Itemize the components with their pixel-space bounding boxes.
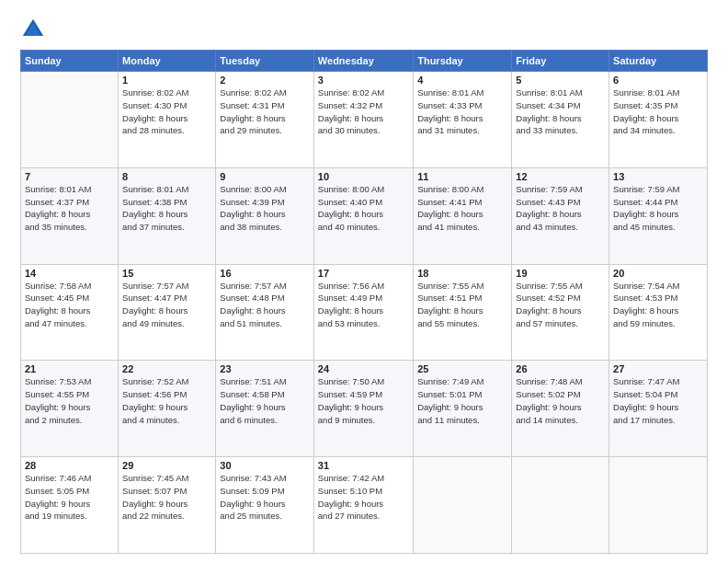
header (20, 17, 708, 42)
calendar-cell: 28Sunrise: 7:46 AMSunset: 5:05 PMDayligh… (21, 457, 119, 554)
day-info: Sunrise: 8:01 AMSunset: 4:34 PMDaylight:… (516, 86, 605, 137)
weekday-header-monday: Monday (119, 51, 216, 72)
day-number: 16 (220, 268, 310, 279)
day-number: 4 (417, 75, 507, 86)
calendar-cell (512, 457, 609, 554)
day-info: Sunrise: 7:53 AMSunset: 4:55 PMDaylight:… (25, 375, 114, 426)
day-info: Sunrise: 8:01 AMSunset: 4:35 PMDaylight:… (613, 86, 703, 137)
day-info: Sunrise: 8:02 AMSunset: 4:30 PMDaylight:… (122, 86, 211, 137)
day-info: Sunrise: 7:47 AMSunset: 5:04 PMDaylight:… (613, 375, 703, 426)
calendar-cell: 15Sunrise: 7:57 AMSunset: 4:47 PMDayligh… (119, 264, 216, 361)
calendar-cell: 20Sunrise: 7:54 AMSunset: 4:53 PMDayligh… (609, 264, 708, 361)
day-number: 23 (220, 363, 310, 374)
calendar-table: SundayMondayTuesdayWednesdayThursdayFrid… (20, 50, 708, 554)
day-number: 26 (516, 363, 605, 374)
day-info: Sunrise: 7:55 AMSunset: 4:51 PMDaylight:… (417, 280, 507, 330)
day-number: 28 (25, 460, 114, 471)
calendar-cell: 19Sunrise: 7:55 AMSunset: 4:52 PMDayligh… (512, 264, 609, 361)
day-number: 20 (613, 268, 703, 279)
day-number: 19 (516, 268, 605, 279)
week-row-5: 28Sunrise: 7:46 AMSunset: 5:05 PMDayligh… (21, 457, 708, 554)
calendar-cell: 9Sunrise: 8:00 AMSunset: 4:39 PMDaylight… (216, 167, 314, 264)
day-number: 31 (318, 460, 409, 471)
calendar-cell: 5Sunrise: 8:01 AMSunset: 4:34 PMDaylight… (512, 72, 609, 168)
day-number: 8 (122, 171, 211, 182)
day-number: 25 (417, 363, 507, 374)
day-info: Sunrise: 7:56 AMSunset: 4:49 PMDaylight:… (318, 280, 409, 330)
day-info: Sunrise: 7:58 AMSunset: 4:45 PMDaylight:… (25, 280, 114, 330)
day-number: 18 (417, 268, 507, 279)
day-info: Sunrise: 7:55 AMSunset: 4:52 PMDaylight:… (516, 280, 605, 330)
day-info: Sunrise: 8:02 AMSunset: 4:31 PMDaylight:… (220, 86, 310, 137)
day-info: Sunrise: 7:49 AMSunset: 5:01 PMDaylight:… (417, 375, 507, 426)
calendar-cell: 10Sunrise: 8:00 AMSunset: 4:40 PMDayligh… (313, 167, 413, 264)
calendar-cell: 30Sunrise: 7:43 AMSunset: 5:09 PMDayligh… (216, 457, 314, 554)
day-number: 12 (516, 171, 605, 182)
calendar-cell: 24Sunrise: 7:50 AMSunset: 4:59 PMDayligh… (313, 361, 413, 457)
calendar-cell (21, 72, 119, 168)
calendar-cell: 7Sunrise: 8:01 AMSunset: 4:37 PMDaylight… (21, 167, 119, 264)
day-number: 9 (220, 171, 310, 182)
day-info: Sunrise: 7:52 AMSunset: 4:56 PMDaylight:… (122, 375, 211, 426)
day-number: 27 (613, 363, 703, 374)
day-number: 24 (318, 363, 409, 374)
day-info: Sunrise: 7:45 AMSunset: 5:07 PMDaylight:… (122, 472, 211, 523)
calendar-cell: 13Sunrise: 7:59 AMSunset: 4:44 PMDayligh… (609, 167, 708, 264)
calendar-cell: 18Sunrise: 7:55 AMSunset: 4:51 PMDayligh… (414, 264, 512, 361)
day-number: 3 (318, 75, 409, 86)
logo-icon (20, 17, 46, 42)
calendar-cell: 6Sunrise: 8:01 AMSunset: 4:35 PMDaylight… (609, 72, 708, 168)
day-info: Sunrise: 8:00 AMSunset: 4:41 PMDaylight:… (417, 183, 507, 234)
day-info: Sunrise: 8:01 AMSunset: 4:37 PMDaylight:… (25, 183, 114, 234)
weekday-header-tuesday: Tuesday (216, 51, 314, 72)
day-info: Sunrise: 7:59 AMSunset: 4:44 PMDaylight:… (613, 183, 703, 234)
day-number: 21 (25, 363, 114, 374)
calendar-cell: 26Sunrise: 7:48 AMSunset: 5:02 PMDayligh… (512, 361, 609, 457)
calendar-cell: 2Sunrise: 8:02 AMSunset: 4:31 PMDaylight… (216, 72, 314, 168)
day-info: Sunrise: 8:02 AMSunset: 4:32 PMDaylight:… (318, 86, 409, 137)
day-info: Sunrise: 7:42 AMSunset: 5:10 PMDaylight:… (318, 472, 409, 523)
day-number: 17 (318, 268, 409, 279)
weekday-header-saturday: Saturday (609, 51, 708, 72)
day-info: Sunrise: 7:57 AMSunset: 4:47 PMDaylight:… (122, 280, 211, 330)
day-info: Sunrise: 7:48 AMSunset: 5:02 PMDaylight:… (516, 375, 605, 426)
week-row-1: 1Sunrise: 8:02 AMSunset: 4:30 PMDaylight… (21, 72, 708, 168)
day-number: 13 (613, 171, 703, 182)
day-number: 6 (613, 75, 703, 86)
logo (20, 17, 50, 42)
day-info: Sunrise: 8:00 AMSunset: 4:39 PMDaylight:… (220, 183, 310, 234)
week-row-2: 7Sunrise: 8:01 AMSunset: 4:37 PMDaylight… (21, 167, 708, 264)
day-number: 1 (122, 75, 211, 86)
week-row-3: 14Sunrise: 7:58 AMSunset: 4:45 PMDayligh… (21, 264, 708, 361)
week-row-4: 21Sunrise: 7:53 AMSunset: 4:55 PMDayligh… (21, 361, 708, 457)
calendar-cell: 27Sunrise: 7:47 AMSunset: 5:04 PMDayligh… (609, 361, 708, 457)
day-number: 30 (220, 460, 310, 471)
day-info: Sunrise: 8:00 AMSunset: 4:40 PMDaylight:… (318, 183, 409, 234)
day-number: 11 (417, 171, 507, 182)
calendar-cell: 3Sunrise: 8:02 AMSunset: 4:32 PMDaylight… (313, 72, 413, 168)
calendar-cell: 4Sunrise: 8:01 AMSunset: 4:33 PMDaylight… (414, 72, 512, 168)
day-info: Sunrise: 7:46 AMSunset: 5:05 PMDaylight:… (25, 472, 114, 523)
day-info: Sunrise: 7:57 AMSunset: 4:48 PMDaylight:… (220, 280, 310, 330)
day-number: 2 (220, 75, 310, 86)
calendar-cell: 8Sunrise: 8:01 AMSunset: 4:38 PMDaylight… (119, 167, 216, 264)
day-info: Sunrise: 8:01 AMSunset: 4:38 PMDaylight:… (122, 183, 211, 234)
day-number: 7 (25, 171, 114, 182)
day-info: Sunrise: 7:54 AMSunset: 4:53 PMDaylight:… (613, 280, 703, 330)
day-number: 14 (25, 268, 114, 279)
day-number: 22 (122, 363, 211, 374)
calendar-cell: 16Sunrise: 7:57 AMSunset: 4:48 PMDayligh… (216, 264, 314, 361)
calendar-cell: 25Sunrise: 7:49 AMSunset: 5:01 PMDayligh… (414, 361, 512, 457)
calendar-cell: 11Sunrise: 8:00 AMSunset: 4:41 PMDayligh… (414, 167, 512, 264)
day-info: Sunrise: 8:01 AMSunset: 4:33 PMDaylight:… (417, 86, 507, 137)
weekday-header-thursday: Thursday (414, 51, 512, 72)
calendar-cell: 1Sunrise: 8:02 AMSunset: 4:30 PMDaylight… (119, 72, 216, 168)
day-number: 29 (122, 460, 211, 471)
calendar-cell: 12Sunrise: 7:59 AMSunset: 4:43 PMDayligh… (512, 167, 609, 264)
calendar-cell (609, 457, 708, 554)
weekday-header-row: SundayMondayTuesdayWednesdayThursdayFrid… (21, 51, 708, 72)
calendar-cell: 31Sunrise: 7:42 AMSunset: 5:10 PMDayligh… (313, 457, 413, 554)
day-info: Sunrise: 7:43 AMSunset: 5:09 PMDaylight:… (220, 472, 310, 523)
weekday-header-wednesday: Wednesday (313, 51, 413, 72)
day-info: Sunrise: 7:59 AMSunset: 4:43 PMDaylight:… (516, 183, 605, 234)
